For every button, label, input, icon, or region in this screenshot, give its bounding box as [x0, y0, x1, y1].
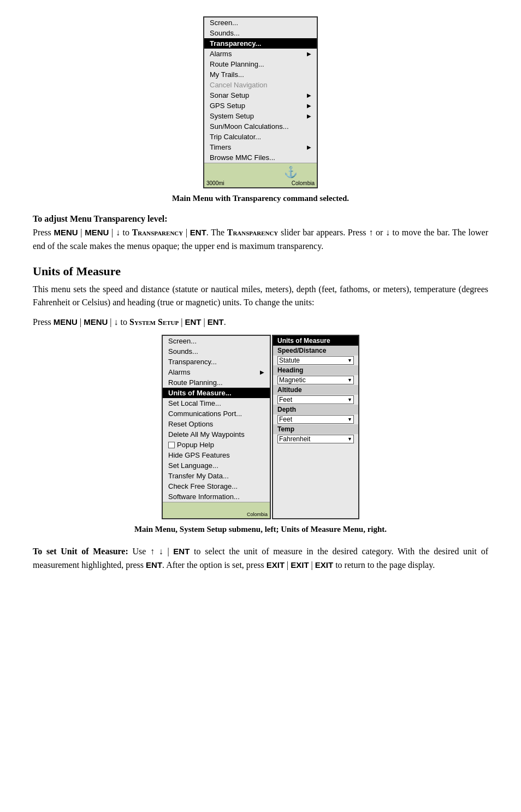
- kbd-exit3: EXIT: [315, 560, 333, 570]
- menu1-container: Screen... Sounds... Transparency... Alar…: [33, 16, 488, 188]
- transparency-smallcaps2: Transparency: [227, 228, 279, 237]
- popup-help-label: Popup Help: [177, 441, 214, 449]
- kbd-menu2: MENU: [85, 228, 109, 237]
- menu1-box: Screen... Sounds... Transparency... Alar…: [203, 16, 318, 188]
- menu1-item-sunmoon[interactable]: Sun/Moon Calculations...: [204, 121, 317, 132]
- units-altitude-dropdown-row[interactable]: Feet: [273, 395, 358, 405]
- menu1-item-transparency[interactable]: Transparency...: [204, 38, 317, 49]
- menu1-item-gps-setup[interactable]: GPS Setup: [204, 100, 317, 111]
- kbd-ent2: ENT: [185, 317, 201, 327]
- menu2-item-units[interactable]: Units of Measure...: [163, 388, 270, 398]
- menu2-left-map-label: Colombia: [247, 512, 268, 517]
- transparency-smallcaps1: Transparency: [132, 228, 183, 237]
- menu1-item-cancel-nav: Cancel Navigation: [204, 80, 317, 90]
- units-temp-dropdown[interactable]: Fahrenheit: [277, 435, 354, 443]
- set-unit-body: To set Unit of Measure: Use ↑ ↓ | ENT to…: [33, 545, 488, 572]
- menu1-item-trip-calc[interactable]: Trip Calculator...: [204, 132, 317, 142]
- menu2-item-screen[interactable]: Screen...: [163, 336, 270, 346]
- menu2-item-check-storage[interactable]: Check Free Storage...: [163, 481, 270, 491]
- kbd-ent-select: ENT: [146, 560, 162, 570]
- menu2-item-alarms[interactable]: Alarms: [163, 367, 270, 377]
- menu2-item-commport[interactable]: Communications Port...: [163, 408, 270, 419]
- units-altitude-label: Altitude: [273, 385, 358, 395]
- units-heading-dropdown-row[interactable]: Magnetic: [273, 375, 358, 385]
- menu1-item-my-trails[interactable]: My Trails...: [204, 69, 317, 80]
- caption1: Main Menu with Transparency command sele…: [33, 194, 488, 203]
- kbd-menu1: MENU: [54, 228, 78, 237]
- menu1-item-route-planning[interactable]: Route Planning...: [204, 59, 317, 69]
- units-depth-dropdown-row[interactable]: Feet: [273, 414, 358, 424]
- map1-label-right: Colombia: [292, 180, 315, 186]
- menu2-item-language[interactable]: Set Language...: [163, 460, 270, 471]
- menu1-map-preview: ⚓ 3000mi Colombia: [204, 163, 317, 187]
- menu2-right-box: Units of Measure Speed/Distance Statute …: [272, 335, 359, 519]
- menu2-item-transfer[interactable]: Transfer My Data...: [163, 471, 270, 481]
- menu1-item-screen[interactable]: Screen...: [204, 17, 317, 28]
- press-line-2: Press MENU | MENU | ↓ to System Setup | …: [33, 317, 488, 327]
- menu1-item-alarms[interactable]: Alarms: [204, 49, 317, 59]
- menu2-left-map: Colombia: [163, 502, 270, 518]
- menu1-item-timers[interactable]: Timers: [204, 142, 317, 152]
- kbd-ent1: ENT: [190, 228, 206, 237]
- caption2: Main Menu, System Setup submenu, left; U…: [33, 525, 488, 534]
- menu2-item-transparency[interactable]: Transparency...: [163, 357, 270, 367]
- menu1-item-system-setup[interactable]: System Setup: [204, 111, 317, 121]
- units-heading-dropdown[interactable]: Magnetic: [277, 376, 354, 384]
- map1-label-left: 3000mi: [206, 180, 224, 186]
- menu1-item-sonar-setup[interactable]: Sonar Setup: [204, 90, 317, 100]
- units-altitude-dropdown[interactable]: Feet: [277, 395, 354, 404]
- kbd-menu4: MENU: [84, 317, 108, 327]
- transparency-heading: To adjust Menu Transparency level:: [33, 214, 488, 224]
- units-depth-dropdown[interactable]: Feet: [277, 415, 354, 424]
- units-of-measure-heading: Units of Measure: [33, 264, 488, 278]
- units-header: Units of Measure: [273, 336, 358, 346]
- menu2-item-reset[interactable]: Reset Options: [163, 419, 270, 429]
- dual-menu-container: Screen... Sounds... Transparency... Alar…: [33, 335, 488, 519]
- map1-icon: ⚓: [284, 165, 298, 179]
- units-temp-dropdown-row[interactable]: Fahrenheit: [273, 434, 358, 444]
- kbd-ent3: ENT: [208, 317, 224, 327]
- menu2-item-sounds[interactable]: Sounds...: [163, 346, 270, 357]
- kbd-ent-unit: ENT: [173, 547, 190, 556]
- units-speed-dropdown[interactable]: Statute: [277, 356, 354, 365]
- menu2-item-delete-waypoints[interactable]: Delete All My Waypoints: [163, 429, 270, 440]
- units-temp-label: Temp: [273, 424, 358, 434]
- units-heading-label: Heading: [273, 365, 358, 375]
- menu2-item-software-info[interactable]: Software Information...: [163, 491, 270, 502]
- kbd-menu3: MENU: [54, 317, 78, 327]
- menu1-item-browse-mmc[interactable]: Browse MMC Files...: [204, 152, 317, 163]
- kbd-exit1: EXIT: [267, 560, 285, 570]
- units-speed-label: Speed/Distance: [273, 346, 358, 355]
- set-unit-intro: To set Unit of Measure:: [33, 547, 128, 556]
- units-speed-dropdown-row[interactable]: Statute: [273, 355, 358, 365]
- menu2-item-localtime[interactable]: Set Local Time...: [163, 398, 270, 408]
- menu2-item-popup-help[interactable]: Popup Help: [163, 440, 270, 450]
- units-of-measure-body: This menu sets the speed and distance (s…: [33, 283, 488, 310]
- menu2-item-route[interactable]: Route Planning...: [163, 377, 270, 388]
- kbd-exit2: EXIT: [291, 560, 309, 570]
- menu2-item-hide-gps[interactable]: Hide GPS Features: [163, 450, 270, 460]
- system-setup-smallcaps: System Setup: [129, 317, 179, 327]
- popup-help-checkbox[interactable]: [168, 442, 175, 448]
- units-depth-label: Depth: [273, 405, 358, 414]
- menu1-item-sounds[interactable]: Sounds...: [204, 28, 317, 38]
- transparency-body: Press MENU | MENU | ↓ to Transparency | …: [33, 226, 488, 253]
- menu2-left-box: Screen... Sounds... Transparency... Alar…: [162, 335, 271, 519]
